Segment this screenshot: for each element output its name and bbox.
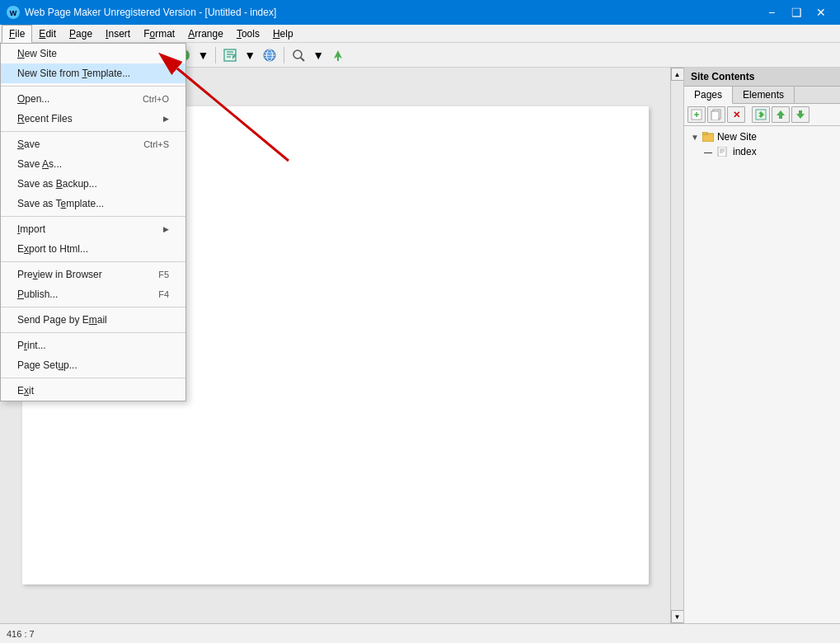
panel-new-button[interactable] [687, 106, 706, 123]
tab-elements[interactable]: Elements [733, 87, 795, 103]
menu-item-save-label: Save [17, 138, 40, 150]
menu-item-save[interactable]: Save Ctrl+S [1, 134, 185, 154]
menu-item-send-email[interactable]: Send Page by Email [1, 310, 185, 330]
menu-format-label: Format [143, 28, 175, 40]
tree-expand-icon: ▼ [691, 133, 699, 142]
status-bar: 416 : 7 [0, 623, 840, 643]
menu-item-page-setup[interactable]: Page Setup... [1, 355, 185, 375]
svg-marker-32 [796, 110, 805, 119]
menu-page-label: Page [69, 28, 92, 40]
menu-item-recent-files[interactable]: Recent Files [1, 109, 185, 129]
panel-delete-button[interactable]: ✕ [727, 106, 745, 123]
menu-item-exit[interactable]: Exit [1, 381, 185, 401]
tree-pages: — index [687, 144, 837, 159]
edit-button[interactable] [220, 45, 240, 65]
tree-dash-icon: — [704, 148, 712, 157]
panel-toolbar: ✕ [684, 104, 840, 126]
menu-item-new-site[interactable]: New Site [1, 44, 185, 63]
menu-edit[interactable]: Edit [32, 25, 63, 43]
menu-item-import[interactable]: Import [1, 219, 185, 239]
menu-item-publish[interactable]: Publish... F4 [1, 284, 185, 304]
menu-format[interactable]: Format [137, 25, 181, 43]
menu-help-label: Help [273, 28, 293, 40]
svg-rect-35 [718, 147, 726, 157]
file-menu-dropdown: New Site New Site from Template... Open.… [0, 43, 186, 401]
menu-item-new-site-template[interactable]: New Site from Template... [1, 63, 185, 83]
menu-item-new-site-label: New Site [17, 48, 57, 59]
menu-help[interactable]: Help [266, 25, 300, 43]
edit-dropdown[interactable]: ▼ [242, 45, 258, 65]
panel-down-button[interactable] [791, 106, 809, 123]
globe-button[interactable] [260, 45, 279, 65]
tab-pages[interactable]: Pages [684, 87, 733, 104]
separator-after-open [1, 131, 185, 132]
menu-item-send-email-label: Send Page by Email [17, 314, 107, 326]
menu-item-save-template[interactable]: Save as Template... [1, 194, 185, 214]
panel-content: ▼ New Site — index [684, 126, 840, 623]
menu-tools[interactable]: Tools [230, 25, 266, 43]
separator-before-exit [1, 378, 185, 378]
page-name: index [733, 146, 757, 157]
scroll-down-button[interactable]: ▼ [671, 610, 684, 623]
separator-3 [284, 47, 284, 63]
separator-after-export [1, 261, 185, 262]
window-title: Web Page Maker Unregistered Version - [U… [25, 7, 276, 18]
menu-item-print[interactable]: Print... [1, 336, 185, 355]
menu-item-page-setup-label: Page Setup... [17, 359, 77, 371]
panel-up-button[interactable] [772, 106, 790, 123]
green-dropdown[interactable]: ▼ [195, 45, 212, 65]
menu-item-save-template-label: Save as Template... [17, 198, 104, 209]
menu-arrange[interactable]: Arrange [181, 25, 230, 43]
menu-page[interactable]: Page [63, 25, 99, 43]
scroll-up-button[interactable]: ▲ [671, 68, 684, 81]
zoom-button[interactable] [289, 45, 308, 65]
site-folder-icon [702, 132, 714, 142]
menu-item-open[interactable]: Open... Ctrl+O [1, 89, 185, 109]
close-button[interactable]: ✕ [809, 0, 833, 25]
panel-title: Site Contents [684, 68, 840, 87]
minimize-button[interactable]: − [759, 0, 784, 25]
menu-item-export-html[interactable]: Export to Html... [1, 239, 185, 259]
arrow-up-button[interactable] [328, 45, 348, 65]
menu-item-save-backup-label: Save as Backup... [17, 178, 97, 190]
separator-2 [215, 47, 216, 63]
svg-marker-23 [334, 50, 342, 61]
vertical-scrollbar[interactable]: ▲ ▼ [670, 68, 683, 623]
tree-page-index[interactable]: — index [701, 144, 837, 159]
menu-item-preview-shortcut: F5 [158, 270, 169, 279]
menu-item-save-as[interactable]: Save As... [1, 154, 185, 174]
scrollbar-track[interactable] [671, 81, 684, 610]
svg-point-21 [293, 50, 302, 59]
zoom-dropdown[interactable]: ▼ [310, 45, 326, 65]
panel-import-button[interactable] [752, 106, 770, 123]
panel-copy-button[interactable] [707, 106, 725, 123]
separator-after-save [1, 216, 185, 217]
panel-tabs: Pages Elements [684, 87, 840, 104]
menu-insert-label: Insert [106, 28, 130, 40]
menu-item-print-label: Print... [17, 340, 46, 351]
svg-text:W: W [10, 9, 17, 17]
menu-file[interactable]: File [2, 25, 32, 43]
site-name: New Site [717, 131, 757, 143]
menu-item-exit-label: Exit [17, 385, 34, 397]
tree-site-item[interactable]: ▼ New Site [687, 129, 837, 144]
restore-button[interactable]: ❑ [784, 0, 809, 25]
menu-item-preview[interactable]: Preview in Browser F5 [1, 265, 185, 284]
page-icon [717, 147, 727, 157]
menu-item-save-backup[interactable]: Save as Backup... [1, 174, 185, 194]
menu-item-open-label: Open... [17, 93, 49, 105]
menu-item-publish-shortcut: F4 [158, 289, 169, 299]
svg-rect-28 [711, 111, 719, 120]
svg-marker-31 [777, 110, 785, 119]
menu-item-export-html-label: Export to Html... [17, 243, 88, 255]
menu-item-save-as-label: Save As... [17, 158, 62, 170]
menu-bar: File Edit Page Insert Format Arrange Too… [0, 25, 840, 43]
coords-display: 416 : 7 [7, 629, 35, 639]
title-bar: W Web Page Maker Unregistered Version - … [0, 0, 840, 25]
menu-item-preview-label: Preview in Browser [17, 269, 102, 280]
menu-file-label: File [9, 28, 25, 40]
menu-insert[interactable]: Insert [99, 25, 137, 43]
menu-item-publish-label: Publish... [17, 289, 58, 300]
app-icon: W [7, 6, 20, 19]
menu-tools-label: Tools [237, 28, 260, 40]
